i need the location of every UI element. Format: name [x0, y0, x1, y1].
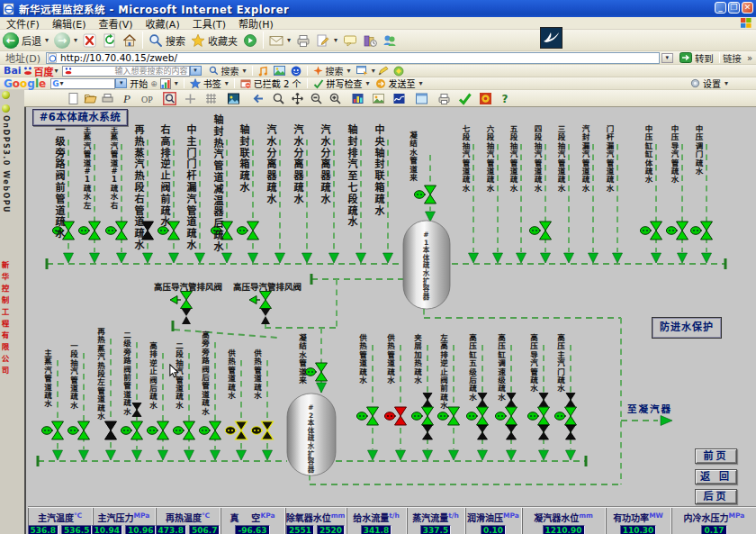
forward-dropdown-icon[interactable]: ▾ [74, 36, 77, 44]
edit-dropdown-icon[interactable]: ▾ [334, 36, 338, 44]
metric-unit: MW [649, 511, 663, 520]
history-button[interactable] [360, 33, 380, 48]
menu-favorites[interactable]: 收藏(A) [140, 16, 186, 31]
forward-button[interactable]: → ▾ [51, 32, 80, 49]
p-letter-icon[interactable]: P [120, 92, 133, 105]
baidu-mp3-icon[interactable] [258, 66, 268, 77]
google-spellcheck-button[interactable]: 拼写检查 ▾ [310, 77, 373, 90]
google-toolbar: Google G ▾ ▾ 开始 ⊕ ▾ 书签 ▾ [0, 77, 756, 90]
google-input-dropdown-icon[interactable]: ▾ [115, 78, 127, 88]
sidebar-ball-icon[interactable] [2, 104, 10, 113]
google-blocked-button[interactable]: 已拦截 2 个 [238, 77, 304, 90]
target-icon[interactable] [479, 92, 492, 105]
go-button[interactable]: 转到 [677, 51, 716, 65]
media-button[interactable] [240, 33, 260, 48]
menu-view[interactable]: 查看(V) [92, 16, 139, 31]
metric-value: 337.5 [420, 525, 451, 534]
stop-button[interactable] [80, 33, 100, 48]
magnifier-icon[interactable] [272, 92, 285, 105]
baidu-hand-icon[interactable] [393, 66, 404, 77]
google-sendto-button[interactable]: 发送至 ▾ [373, 77, 426, 90]
image-dark-icon[interactable] [227, 92, 240, 105]
pan-icon[interactable] [291, 92, 304, 105]
menu-help[interactable]: 帮助(H) [232, 16, 280, 31]
restore-button[interactable]: ❐ [728, 2, 740, 14]
discuss-button[interactable] [340, 33, 360, 48]
arrow-left-icon[interactable] [251, 92, 265, 105]
picture-icon[interactable] [372, 92, 385, 105]
baidu-tieba-icon[interactable] [291, 66, 302, 77]
next-page-button[interactable]: 后页 [695, 489, 737, 504]
window-blue-icon[interactable] [415, 92, 428, 105]
return-button[interactable]: 返 回 [695, 469, 737, 484]
new-doc-icon[interactable] [67, 92, 80, 105]
home-button[interactable] [120, 33, 140, 48]
baidu-search-dropdown-icon[interactable]: ▾ [243, 67, 247, 75]
wave-icon[interactable] [392, 92, 406, 105]
menu-edit[interactable]: 编辑(E) [46, 16, 93, 31]
svg-text:?: ? [502, 93, 508, 105]
baidu-input-dropdown-icon[interactable]: ▾ [190, 66, 202, 76]
refresh-button[interactable] [100, 33, 120, 48]
baidu-search-button[interactable]: 搜索 ▾ [206, 64, 249, 77]
address-input[interactable]: http://10.70.40.15/zweb/ [46, 52, 660, 64]
favorites-button[interactable]: 收藏夹 [188, 33, 240, 48]
baidu-search-label: 搜索 [221, 64, 239, 77]
back-dropdown-icon[interactable]: ▾ [45, 36, 49, 44]
google-bookmarks-dropdown-icon[interactable]: ▾ [225, 79, 229, 87]
baidu-window-icon[interactable] [356, 66, 368, 76]
baidu-logo-dropdown-icon[interactable]: ▾ [55, 67, 58, 75]
close-button[interactable]: ✕ [742, 2, 753, 14]
menu-file[interactable]: 文件(F) [0, 16, 46, 31]
metric-group: 有功功率MW110.30 [606, 508, 671, 534]
open-folder-icon[interactable] [84, 92, 97, 105]
mail-button[interactable]: ▾ [266, 33, 293, 48]
google-sendto-dropdown-icon[interactable]: ▾ [419, 79, 423, 87]
metric-group: 内冷水压力MPa0.17 [671, 508, 756, 534]
google-bookmarks-button[interactable]: 书签 ▾ [187, 77, 231, 90]
help-icon[interactable]: ? [498, 92, 511, 105]
search-button[interactable]: 搜索 [146, 33, 188, 48]
zoom-in-icon[interactable] [328, 92, 342, 105]
prev-page-button[interactable]: 前页 [695, 448, 737, 464]
back-button[interactable]: ← 后退 ▾ [0, 32, 51, 49]
google-spellcheck-dropdown-icon[interactable]: ▾ [366, 79, 370, 87]
metric-unit: MPa [503, 511, 519, 520]
google-start-dropdown-icon[interactable]: ▾ [175, 79, 178, 87]
op-letters-icon[interactable]: OP [140, 92, 154, 105]
print-button[interactable] [293, 33, 313, 48]
check-icon[interactable] [458, 92, 472, 105]
messenger-button[interactable] [380, 33, 400, 48]
baidu-window-dropdown-icon[interactable]: ▾ [372, 67, 375, 75]
mail-dropdown-icon[interactable]: ▾ [287, 36, 291, 44]
google-settings-button[interactable]: 设置 ▾ [688, 77, 731, 90]
print-small-icon[interactable] [101, 92, 114, 105]
printer-icon[interactable] [437, 92, 451, 105]
links-chevron-icon[interactable]: » [747, 53, 752, 63]
baidu-image-icon[interactable] [274, 66, 285, 76]
zoom-select-icon[interactable] [163, 92, 176, 105]
drain-column-label: 七段抽汽管道疏水 [462, 125, 472, 193]
baidu-pen-icon[interactable] [378, 66, 389, 76]
baidu-search2-button[interactable]: 搜索 ▾ [310, 64, 354, 77]
google-settings-dropdown-icon[interactable]: ▾ [724, 79, 728, 87]
google-start-button[interactable]: 开始 ⊕ ▾ [127, 77, 181, 90]
drain-column-label: 高旁旁路阀后管道疏水 [201, 331, 211, 416]
water-induction-protect-button[interactable]: 防进水保护 [652, 317, 722, 339]
baidu-search-input[interactable]: 输入想要搜索的内容 [62, 66, 190, 77]
minimize-button[interactable]: _ [715, 2, 726, 14]
grid-icon[interactable] [204, 92, 218, 105]
baidu-star-icon [313, 66, 323, 76]
grey-tool-icon[interactable] [184, 92, 197, 105]
menu-tools[interactable]: 工具(T) [186, 16, 232, 31]
baidu-search2-dropdown-icon[interactable]: ▾ [347, 67, 351, 75]
zoom-out-icon[interactable] [310, 92, 323, 105]
google-search-input[interactable]: G ▾ [50, 78, 115, 89]
chart-icon[interactable] [351, 92, 364, 105]
metric-value: 0.17 [701, 525, 726, 534]
edit-button[interactable]: ▾ [313, 33, 340, 48]
address-dropdown-icon[interactable]: ▾ [662, 53, 673, 63]
sidebar-ball-icon[interactable] [2, 91, 10, 99]
drain-column-label: 汽水分离器疏水 [320, 125, 332, 206]
stop-icon [83, 33, 97, 48]
